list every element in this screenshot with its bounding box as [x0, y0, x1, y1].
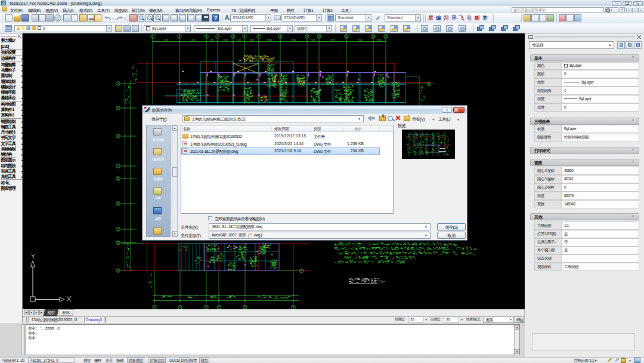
svg-text:12: 12: [371, 35, 375, 38]
svg-text:5: 5: [244, 306, 246, 309]
svg-text:9: 9: [306, 35, 308, 38]
svg-text:6600: 6600: [377, 39, 382, 41]
svg-text:C: C: [117, 228, 119, 231]
svg-text:7200: 7200: [249, 39, 254, 41]
svg-text:6: 6: [244, 35, 246, 38]
svg-text:J: J: [117, 82, 119, 85]
svg-text:2700: 2700: [164, 39, 169, 41]
svg-text:B: B: [117, 241, 119, 244]
svg-text:2700: 2700: [210, 39, 215, 41]
svg-text:7: 7: [258, 35, 260, 38]
svg-text:4: 4: [217, 35, 219, 38]
svg-text:5: 5: [233, 35, 234, 38]
svg-text:6600: 6600: [267, 39, 272, 41]
svg-text:2700: 2700: [223, 39, 228, 41]
svg-text:2: 2: [179, 306, 181, 309]
svg-text:D: D: [117, 202, 119, 205]
svg-text:2700: 2700: [330, 39, 335, 41]
svg-text:6600: 6600: [292, 39, 296, 41]
svg-text:H: H: [117, 107, 119, 110]
svg-text:7200: 7200: [358, 39, 363, 41]
svg-text:7200: 7200: [237, 39, 242, 41]
svg-text:2: 2: [179, 35, 181, 38]
svg-text:8: 8: [280, 35, 281, 38]
svg-text:7200: 7200: [311, 39, 315, 41]
svg-text:A: A: [301, 269, 302, 272]
svg-text:4: 4: [218, 306, 220, 309]
svg-text:1: 1: [154, 306, 156, 309]
svg-text:13: 13: [384, 35, 388, 38]
svg-text:E: E: [117, 177, 119, 180]
svg-text:F: F: [117, 165, 119, 168]
svg-text:7200: 7200: [191, 39, 196, 41]
svg-text:11: 11: [345, 35, 348, 38]
svg-text:1: 1: [152, 35, 154, 38]
svg-text:3: 3: [206, 306, 208, 309]
svg-text:6: 6: [293, 306, 295, 309]
svg-text:G: G: [117, 135, 119, 138]
svg-text:3: 3: [206, 35, 208, 38]
svg-text:10: 10: [317, 35, 321, 38]
